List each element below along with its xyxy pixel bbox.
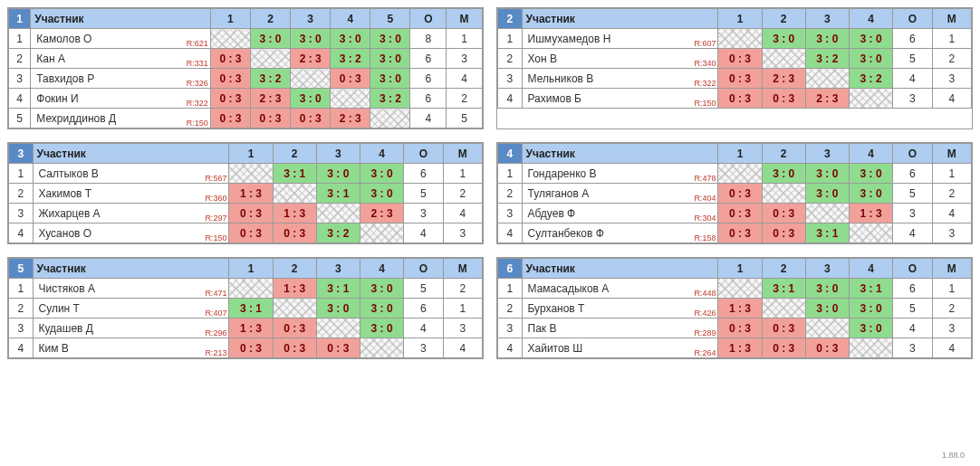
place-M: 3 bbox=[932, 223, 971, 243]
group-number: 2 bbox=[498, 9, 523, 29]
points-O: 6 bbox=[404, 164, 443, 184]
player-name: Чистяков А bbox=[39, 282, 95, 295]
table-row: 1Камолов ОR:6213 : 03 : 03 : 03 : 081 bbox=[9, 29, 483, 49]
points-O: 6 bbox=[893, 29, 932, 49]
col-round-3: 3 bbox=[805, 259, 849, 279]
self-cell bbox=[229, 164, 273, 184]
table-row: 3Жихарцев АR:2970 : 31 : 32 : 334 bbox=[9, 204, 483, 223]
col-participant: Участник bbox=[31, 9, 211, 29]
place-M: 1 bbox=[932, 164, 971, 184]
table-row: 4Фокин ИR:3220 : 32 : 33 : 03 : 262 bbox=[9, 89, 483, 109]
score-cell: 3 : 0 bbox=[370, 69, 410, 89]
self-cell bbox=[370, 109, 410, 128]
player-rating: R:326 bbox=[187, 79, 208, 88]
self-cell bbox=[210, 29, 250, 49]
score-cell: 0 : 3 bbox=[762, 319, 805, 338]
row-index: 1 bbox=[498, 279, 523, 299]
group-number: 5 bbox=[9, 259, 34, 279]
col-round-2: 2 bbox=[250, 9, 290, 29]
score-cell: 3 : 0 bbox=[849, 49, 892, 69]
place-M: 3 bbox=[932, 69, 971, 89]
points-O: 6 bbox=[893, 279, 932, 299]
col-round-4: 4 bbox=[360, 144, 403, 164]
place-M: 2 bbox=[447, 89, 483, 109]
score-cell: 0 : 3 bbox=[805, 338, 849, 358]
score-cell: 2 : 3 bbox=[762, 69, 805, 89]
col-round-2: 2 bbox=[273, 259, 316, 279]
place-M: 4 bbox=[443, 338, 482, 358]
player-name: Мамасадыков А bbox=[528, 282, 610, 295]
player-name: Кан А bbox=[36, 52, 65, 65]
place-M: 5 bbox=[447, 109, 483, 128]
col-O: О bbox=[410, 9, 447, 29]
player-rating: R:297 bbox=[205, 214, 226, 223]
score-cell: 0 : 3 bbox=[250, 109, 290, 128]
player-name-cell: Абдуев ФR:304 bbox=[522, 204, 718, 223]
player-name: Хайитов Ш bbox=[528, 342, 583, 355]
player-name-cell: Султанбеков ФR:158 bbox=[522, 223, 718, 243]
self-cell bbox=[849, 89, 892, 109]
table-row: 1Мамасадыков АR:4483 : 13 : 03 : 161 bbox=[498, 279, 972, 299]
table-row: 4Рахимов БR:1500 : 30 : 32 : 334 bbox=[498, 89, 972, 109]
player-name: Салтыков В bbox=[39, 167, 99, 180]
score-cell: 3 : 0 bbox=[849, 29, 892, 49]
table-row: 1Чистяков АR:4711 : 33 : 13 : 052 bbox=[9, 279, 483, 299]
score-cell: 3 : 1 bbox=[229, 299, 273, 319]
score-cell: 3 : 0 bbox=[849, 299, 892, 319]
table-row: 1Ишмухамедов НR:6073 : 03 : 03 : 061 bbox=[498, 29, 972, 49]
player-rating: R:150 bbox=[187, 119, 208, 128]
self-cell bbox=[273, 299, 316, 319]
place-M: 2 bbox=[932, 299, 971, 319]
col-round-5: 5 bbox=[370, 9, 410, 29]
table-row: 2Хон ВR:3400 : 33 : 23 : 052 bbox=[498, 49, 972, 69]
score-cell: 1 : 3 bbox=[273, 204, 316, 223]
col-round-4: 4 bbox=[849, 144, 892, 164]
score-cell: 3 : 0 bbox=[805, 279, 849, 299]
player-name-cell: Бурханов ТR:426 bbox=[522, 299, 718, 319]
group-table-1: 1Участник12345ОМ1Камолов ОR:6213 : 03 : … bbox=[7, 7, 484, 129]
col-M: М bbox=[443, 144, 482, 164]
score-cell: 0 : 3 bbox=[718, 89, 762, 109]
col-round-4: 4 bbox=[849, 259, 892, 279]
table-row: 4Ким ВR:2130 : 30 : 30 : 334 bbox=[9, 338, 483, 358]
self-cell bbox=[805, 204, 849, 223]
col-participant: Участник bbox=[522, 144, 718, 164]
player-name-cell: Туляганов АR:404 bbox=[522, 184, 718, 204]
table-row: 4Хусанов ОR:1500 : 30 : 33 : 243 bbox=[9, 223, 483, 243]
row-index: 2 bbox=[9, 184, 34, 204]
score-cell: 0 : 3 bbox=[210, 109, 250, 128]
score-cell: 3 : 1 bbox=[805, 223, 849, 243]
score-cell: 2 : 3 bbox=[291, 49, 331, 69]
score-cell: 3 : 0 bbox=[316, 164, 360, 184]
score-cell: 3 : 0 bbox=[360, 164, 403, 184]
score-cell: 0 : 3 bbox=[718, 204, 762, 223]
row-index: 3 bbox=[498, 204, 523, 223]
col-round-2: 2 bbox=[762, 9, 805, 29]
points-O: 4 bbox=[893, 69, 932, 89]
score-cell: 3 : 1 bbox=[849, 279, 892, 299]
score-cell: 3 : 1 bbox=[762, 279, 805, 299]
score-cell: 3 : 0 bbox=[762, 29, 805, 49]
place-M: 1 bbox=[443, 164, 482, 184]
score-cell: 3 : 0 bbox=[360, 319, 403, 338]
player-name-cell: Кудашев ДR:296 bbox=[33, 319, 229, 338]
points-O: 3 bbox=[893, 338, 932, 358]
score-cell: 3 : 0 bbox=[370, 29, 410, 49]
player-rating: R:322 bbox=[694, 79, 716, 88]
table-row: 2Туляганов АR:4040 : 33 : 03 : 052 bbox=[498, 184, 972, 204]
score-cell: 0 : 3 bbox=[762, 89, 805, 109]
row-index: 2 bbox=[9, 49, 31, 69]
score-cell: 0 : 3 bbox=[273, 319, 316, 338]
player-name-cell: Жихарцев АR:297 bbox=[33, 204, 229, 223]
player-name-cell: Чистяков АR:471 bbox=[33, 279, 229, 299]
score-cell: 1 : 3 bbox=[718, 299, 762, 319]
player-rating: R:471 bbox=[205, 289, 226, 298]
player-name-cell: Хон ВR:340 bbox=[522, 49, 718, 69]
player-name-cell: Мамасадыков АR:448 bbox=[522, 279, 718, 299]
table-row: 2Хакимов ТR:3601 : 33 : 13 : 052 bbox=[9, 184, 483, 204]
row-index: 2 bbox=[498, 49, 523, 69]
col-O: О bbox=[404, 259, 443, 279]
col-O: О bbox=[893, 9, 932, 29]
row-index: 1 bbox=[498, 29, 523, 49]
score-cell: 3 : 0 bbox=[360, 279, 403, 299]
